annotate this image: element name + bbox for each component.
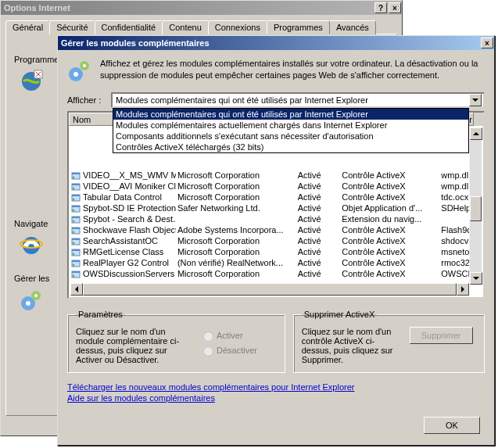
filter-combo-selected: Modules complémentaires qui ont été util… (114, 95, 469, 105)
svg-point-53 (73, 275, 75, 278)
help-addons-link[interactable]: Aide sur les modules complémentaires (67, 393, 485, 403)
radio-disable-input (203, 346, 213, 357)
svg-point-44 (73, 242, 75, 245)
footer-links: Télécharger les nouveaux modules complém… (67, 382, 485, 403)
radio-disable[interactable]: Désactiver (199, 344, 257, 357)
addons-title: Gérer les modules complémentaires (61, 38, 480, 48)
delete-legend: Supprimer ActiveX (302, 310, 377, 319)
addon-type: Contrôle ActiveX (340, 236, 439, 246)
addons-intro-icon (67, 58, 92, 83)
ie-icon (19, 233, 44, 258)
radio-enable[interactable]: Activer (199, 329, 257, 342)
addon-file: tdc.ocx (439, 192, 471, 202)
table-row[interactable]: RealPlayer G2 Control(Non vérifié) RealN… (69, 257, 471, 268)
options-titlebar: Options Internet ? × (1, 1, 402, 15)
addon-icon (70, 268, 81, 279)
combo-option[interactable]: Contrôles ActiveX téléchargés (32 bits) (113, 142, 468, 152)
delete-button[interactable]: Supprimer (410, 327, 473, 344)
filter-combo-button[interactable] (469, 94, 482, 106)
addon-file: shdocv (439, 236, 471, 246)
manage-addons-window: Gérer les modules complémentaires × Affi… (57, 35, 495, 446)
addon-publisher: Microsoft Corporation (176, 236, 296, 246)
options-title: Options Internet (4, 3, 374, 13)
addon-status: Activé (296, 236, 341, 246)
addon-icon (70, 192, 81, 202)
options-tabstrip: Général Sécurité Confidentialité Contenu… (5, 20, 397, 34)
addon-icon (70, 235, 81, 246)
addon-publisher: Safer Networking Ltd. (176, 203, 296, 213)
svg-rect-37 (72, 217, 80, 218)
table-row[interactable]: Shockwave Flash ObjectAdobe Systems Inco… (69, 224, 471, 235)
delete-hint: Cliquez sur le nom d'un contrôle ActiveX… (302, 327, 403, 364)
filter-combo[interactable]: Modules complémentaires qui ont été util… (111, 92, 485, 108)
addons-body: Affichez et gérez les modules complément… (58, 50, 494, 412)
filter-row: Afficher : Modules complémentaires qui o… (67, 92, 485, 108)
svg-point-7 (34, 294, 38, 297)
addons-close-button[interactable]: × (481, 38, 493, 48)
svg-rect-52 (72, 271, 80, 273)
tab-programs[interactable]: Programmes (267, 20, 330, 34)
addon-publisher: Adobe Systems Incorpora... (176, 225, 296, 235)
table-row[interactable]: VIDEO__X_MS_WMV M...Microsoft Corporatio… (69, 170, 471, 181)
table-row[interactable]: Tabular Data ControlMicrosoft Corporatio… (69, 192, 471, 202)
addon-status: Activé (296, 192, 341, 202)
addon-file: OWSCL (439, 269, 471, 278)
tab-advanced[interactable]: Avancés (329, 20, 376, 34)
scroll-down-button[interactable] (470, 272, 482, 285)
svg-point-5 (26, 301, 30, 306)
tab-general[interactable]: Général (5, 20, 50, 34)
svg-point-35 (73, 210, 75, 212)
hscroll-thumb[interactable] (83, 283, 457, 296)
vertical-scrollbar[interactable] (469, 127, 482, 285)
addon-file: msneto (439, 247, 471, 256)
table-row[interactable]: VIDEO__AVI Moniker Cl...Microsoft Corpor… (69, 181, 471, 192)
addon-status: Activé (296, 225, 341, 235)
addon-name: VIDEO__X_MS_WMV M... (83, 170, 176, 180)
table-row[interactable]: Spybot-SD IE ProtectionSafer Networking … (69, 202, 471, 213)
addons-titlebar[interactable]: Gérer les modules complémentaires × (58, 36, 494, 50)
svg-rect-40 (72, 228, 80, 229)
table-row[interactable]: RMGetLicense ClassMicrosoft CorporationA… (69, 246, 471, 257)
tab-connections[interactable]: Connexions (208, 20, 267, 34)
download-addons-link[interactable]: Télécharger les nouveaux modules complém… (67, 382, 485, 392)
addon-file: SDHelp (439, 203, 471, 213)
ok-button[interactable]: OK (424, 417, 480, 434)
tab-content[interactable]: Contenu (162, 20, 209, 34)
svg-rect-34 (72, 206, 80, 207)
addon-name: OWSDiscussionServers ... (83, 269, 176, 278)
scroll-thumb[interactable] (470, 196, 482, 221)
close-button[interactable]: × (389, 2, 401, 13)
table-row[interactable]: OWSDiscussionServers ...Microsoft Corpor… (69, 268, 471, 279)
programs-icon (19, 69, 44, 94)
tab-privacy[interactable]: Confidentialité (95, 20, 163, 34)
svg-point-41 (73, 231, 75, 234)
addon-name: VIDEO__AVI Moniker Cl... (83, 181, 176, 191)
addon-file: rmoc32 (439, 258, 471, 267)
table-row[interactable]: Spybot - Search & Dest...ActivéExtension… (69, 213, 471, 224)
horizontal-scrollbar[interactable] (70, 283, 469, 296)
addon-type: Contrôle ActiveX (340, 170, 439, 180)
chevron-down-icon (472, 97, 478, 103)
filter-combo-list: Modules complémentaires qui ont été util… (113, 108, 469, 153)
scroll-left-button[interactable] (70, 283, 83, 296)
scroll-up-button[interactable] (470, 127, 482, 140)
combo-option[interactable]: Composants additionnels s'exécutant sans… (113, 131, 468, 142)
addon-type: Contrôle ActiveX (340, 247, 439, 256)
addon-type: Objet Application d'... (340, 203, 439, 213)
tab-security[interactable]: Sécurité (49, 20, 95, 34)
table-row[interactable]: SearchAssistantOCMicrosoft CorporationAc… (69, 235, 471, 246)
addon-name: Spybot-SD IE Protection (83, 203, 176, 213)
filter-label: Afficher : (67, 95, 111, 105)
addon-type: Contrôle ActiveX (340, 225, 439, 235)
delete-activex-group: Supprimer ActiveX Cliquez sur le nom d'u… (293, 310, 485, 373)
addon-publisher: Microsoft Corporation (176, 247, 296, 256)
addon-publisher: Microsoft Corporation (176, 269, 296, 278)
parameters-group: Paramètres Cliquez sur le nom d'un modul… (67, 310, 285, 373)
combo-option[interactable]: Modules complémentaires actuellement cha… (113, 120, 468, 131)
combo-option[interactable]: Modules complémentaires qui ont été util… (113, 109, 468, 120)
svg-rect-46 (72, 249, 80, 251)
help-button[interactable]: ? (374, 2, 387, 13)
scroll-right-button[interactable] (457, 283, 469, 296)
addon-name: Shockwave Flash Object (83, 225, 176, 235)
svg-point-29 (73, 188, 75, 190)
